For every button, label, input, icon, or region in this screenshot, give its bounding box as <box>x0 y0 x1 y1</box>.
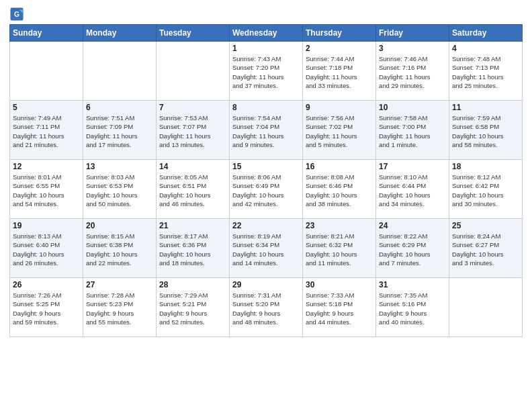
day-number: 11 <box>452 103 519 112</box>
day-number: 10 <box>379 103 446 112</box>
day-number: 13 <box>86 162 153 171</box>
day-cell: 7Sunrise: 7:53 AMSunset: 7:07 PMDaylight… <box>157 101 230 160</box>
day-number: 9 <box>306 103 373 112</box>
day-number: 28 <box>159 280 226 289</box>
header: G <box>9 7 523 21</box>
day-cell: 9Sunrise: 7:56 AMSunset: 7:02 PMDaylight… <box>303 101 376 160</box>
day-cell: 30Sunrise: 7:33 AMSunset: 5:18 PMDayligh… <box>303 278 376 337</box>
day-number: 3 <box>379 44 446 53</box>
day-cell: 5Sunrise: 7:49 AMSunset: 7:11 PMDaylight… <box>10 101 83 160</box>
day-info: Sunrise: 7:31 AMSunset: 5:20 PMDaylight:… <box>232 291 300 326</box>
day-number: 20 <box>86 221 153 230</box>
day-info: Sunrise: 8:19 AMSunset: 6:34 PMDaylight:… <box>232 232 300 267</box>
day-info: Sunrise: 7:51 AMSunset: 7:09 PMDaylight:… <box>86 113 153 149</box>
day-info: Sunrise: 7:49 AMSunset: 7:11 PMDaylight:… <box>13 113 80 149</box>
day-number: 12 <box>13 162 80 171</box>
day-cell: 31Sunrise: 7:35 AMSunset: 5:16 PMDayligh… <box>376 278 449 337</box>
calendar-body: 1Sunrise: 7:43 AMSunset: 7:20 PMDaylight… <box>10 42 523 337</box>
day-number: 4 <box>452 44 519 53</box>
day-cell <box>449 278 523 337</box>
day-number: 26 <box>13 280 80 289</box>
day-cell <box>83 42 157 101</box>
day-number: 21 <box>159 221 226 230</box>
day-info: Sunrise: 7:48 AMSunset: 7:13 PMDaylight:… <box>452 54 519 90</box>
svg-text:G: G <box>14 11 19 18</box>
header-row: SundayMondayTuesdayWednesdayThursdayFrid… <box>10 25 523 42</box>
day-cell: 11Sunrise: 7:59 AMSunset: 6:58 PMDayligh… <box>449 101 523 160</box>
day-cell: 12Sunrise: 8:01 AMSunset: 6:55 PMDayligh… <box>10 160 83 219</box>
header-cell-wednesday: Wednesday <box>230 25 303 42</box>
header-cell-sunday: Sunday <box>10 25 83 42</box>
day-number: 25 <box>452 221 519 230</box>
day-cell: 28Sunrise: 7:29 AMSunset: 5:21 PMDayligh… <box>157 278 230 337</box>
day-info: Sunrise: 8:03 AMSunset: 6:53 PMDaylight:… <box>86 173 153 208</box>
week-row-4: 19Sunrise: 8:13 AMSunset: 6:40 PMDayligh… <box>10 219 523 278</box>
day-number: 18 <box>452 162 519 171</box>
day-number: 14 <box>159 162 226 171</box>
day-number: 30 <box>306 280 373 289</box>
day-cell: 29Sunrise: 7:31 AMSunset: 5:20 PMDayligh… <box>230 278 303 337</box>
day-info: Sunrise: 8:17 AMSunset: 6:36 PMDaylight:… <box>159 232 226 267</box>
day-info: Sunrise: 7:28 AMSunset: 5:23 PMDaylight:… <box>86 291 153 326</box>
day-number: 24 <box>379 221 446 230</box>
day-info: Sunrise: 7:59 AMSunset: 6:58 PMDaylight:… <box>452 113 519 149</box>
day-cell: 6Sunrise: 7:51 AMSunset: 7:09 PMDaylight… <box>83 101 157 160</box>
day-info: Sunrise: 8:08 AMSunset: 6:46 PMDaylight:… <box>306 173 373 208</box>
day-number: 8 <box>232 103 300 112</box>
header-cell-monday: Monday <box>83 25 157 42</box>
day-number: 1 <box>232 44 300 53</box>
day-cell: 25Sunrise: 8:24 AMSunset: 6:27 PMDayligh… <box>449 219 523 278</box>
calendar-table: SundayMondayTuesdayWednesdayThursdayFrid… <box>9 24 523 337</box>
day-number: 23 <box>306 221 373 230</box>
week-row-1: 1Sunrise: 7:43 AMSunset: 7:20 PMDaylight… <box>10 42 523 101</box>
day-cell: 20Sunrise: 8:15 AMSunset: 6:38 PMDayligh… <box>83 219 157 278</box>
day-info: Sunrise: 8:13 AMSunset: 6:40 PMDaylight:… <box>13 232 80 267</box>
day-info: Sunrise: 7:35 AMSunset: 5:16 PMDaylight:… <box>379 291 446 326</box>
day-info: Sunrise: 7:54 AMSunset: 7:04 PMDaylight:… <box>232 113 300 149</box>
header-cell-thursday: Thursday <box>303 25 376 42</box>
day-cell: 14Sunrise: 8:05 AMSunset: 6:51 PMDayligh… <box>157 160 230 219</box>
day-info: Sunrise: 7:44 AMSunset: 7:18 PMDaylight:… <box>306 54 373 90</box>
day-info: Sunrise: 8:15 AMSunset: 6:38 PMDaylight:… <box>86 232 153 267</box>
header-cell-saturday: Saturday <box>449 25 523 42</box>
day-info: Sunrise: 8:10 AMSunset: 6:44 PMDaylight:… <box>379 173 446 208</box>
week-row-2: 5Sunrise: 7:49 AMSunset: 7:11 PMDaylight… <box>10 101 523 160</box>
day-cell: 22Sunrise: 8:19 AMSunset: 6:34 PMDayligh… <box>230 219 303 278</box>
day-cell: 19Sunrise: 8:13 AMSunset: 6:40 PMDayligh… <box>10 219 83 278</box>
day-cell: 13Sunrise: 8:03 AMSunset: 6:53 PMDayligh… <box>83 160 157 219</box>
day-cell <box>10 42 83 101</box>
day-info: Sunrise: 7:46 AMSunset: 7:16 PMDaylight:… <box>379 54 446 90</box>
day-cell: 8Sunrise: 7:54 AMSunset: 7:04 PMDaylight… <box>230 101 303 160</box>
day-cell: 24Sunrise: 8:22 AMSunset: 6:29 PMDayligh… <box>376 219 449 278</box>
day-number: 29 <box>232 280 300 289</box>
day-number: 17 <box>379 162 446 171</box>
day-number: 16 <box>306 162 373 171</box>
logo-icon: G <box>9 7 24 21</box>
logo: G <box>9 7 26 21</box>
calendar-header: SundayMondayTuesdayWednesdayThursdayFrid… <box>10 25 523 42</box>
day-cell: 16Sunrise: 8:08 AMSunset: 6:46 PMDayligh… <box>303 160 376 219</box>
day-cell: 26Sunrise: 7:26 AMSunset: 5:25 PMDayligh… <box>10 278 83 337</box>
day-info: Sunrise: 7:33 AMSunset: 5:18 PMDaylight:… <box>306 291 373 326</box>
header-cell-tuesday: Tuesday <box>157 25 230 42</box>
day-info: Sunrise: 7:43 AMSunset: 7:20 PMDaylight:… <box>232 54 300 90</box>
day-number: 15 <box>232 162 300 171</box>
day-info: Sunrise: 7:58 AMSunset: 7:00 PMDaylight:… <box>379 113 446 149</box>
day-cell <box>157 42 230 101</box>
day-info: Sunrise: 8:12 AMSunset: 6:42 PMDaylight:… <box>452 173 519 208</box>
day-number: 2 <box>306 44 373 53</box>
day-cell: 4Sunrise: 7:48 AMSunset: 7:13 PMDaylight… <box>449 42 523 101</box>
day-info: Sunrise: 7:29 AMSunset: 5:21 PMDaylight:… <box>159 291 226 326</box>
day-info: Sunrise: 8:05 AMSunset: 6:51 PMDaylight:… <box>159 173 226 208</box>
day-cell: 21Sunrise: 8:17 AMSunset: 6:36 PMDayligh… <box>157 219 230 278</box>
day-number: 5 <box>13 103 80 112</box>
day-info: Sunrise: 8:22 AMSunset: 6:29 PMDaylight:… <box>379 232 446 267</box>
day-cell: 3Sunrise: 7:46 AMSunset: 7:16 PMDaylight… <box>376 42 449 101</box>
day-cell: 23Sunrise: 8:21 AMSunset: 6:32 PMDayligh… <box>303 219 376 278</box>
day-number: 6 <box>86 103 153 112</box>
header-cell-friday: Friday <box>376 25 449 42</box>
day-info: Sunrise: 8:06 AMSunset: 6:49 PMDaylight:… <box>232 173 300 208</box>
page-container: G SundayMondayTuesdayWednesdayThursdayFr… <box>0 0 532 342</box>
day-number: 22 <box>232 221 300 230</box>
day-cell: 1Sunrise: 7:43 AMSunset: 7:20 PMDaylight… <box>230 42 303 101</box>
